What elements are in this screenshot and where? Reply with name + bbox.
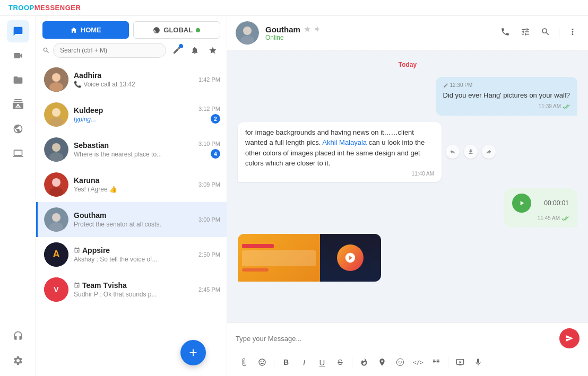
avatar-kuldeep <box>44 102 68 127</box>
chat-info-sebastian: Sebastian Where is the nearest place to.… <box>74 141 193 158</box>
chat-info-appsire: Appsire Akshay : So tell the voice of... <box>74 246 193 263</box>
fire-button[interactable] <box>356 354 373 371</box>
svg-point-10 <box>52 178 60 187</box>
chat-meta-goutham: 3:00 PM <box>198 216 220 223</box>
avatar-appsire: A <box>44 242 68 267</box>
chat-info-teamtvisha: Team Tvisha Sudhir P : Ok that sounds p.… <box>74 281 193 298</box>
chat-info-karuna: Karuna Yes! i Agree 👍 <box>74 176 193 193</box>
nav-video-icon[interactable] <box>7 45 29 67</box>
download-action-button[interactable] <box>464 145 478 159</box>
svg-point-1 <box>52 73 60 82</box>
chat-info-aadhira: Aadhira 📞 Voice call at 13:42 <box>74 71 193 88</box>
main-layout: HOME GLOBAL <box>0 16 588 376</box>
tool-divider-2 <box>352 357 352 368</box>
svg-point-13 <box>52 213 60 222</box>
phone-icon[interactable] <box>498 25 512 41</box>
nav-globe-icon[interactable] <box>7 118 29 140</box>
new-chat-fab[interactable] <box>180 340 206 365</box>
bubble-text-2: for image backgrounds and having news on… <box>245 127 434 169</box>
chat-info-kuldeep: Kuldeep typing... <box>74 106 193 123</box>
avatar-teamtvisha: V <box>44 277 68 302</box>
nav-chat-icon[interactable] <box>7 20 29 42</box>
chat-meta-appsire: 2:50 PM <box>198 251 220 258</box>
send-button[interactable] <box>559 328 580 348</box>
equalizer-button[interactable] <box>428 354 445 371</box>
tune-icon[interactable] <box>518 25 532 41</box>
chat-item-kuldeep[interactable]: Kuldeep typing... 3:12 PM 2 <box>36 97 227 132</box>
svg-point-24 <box>401 361 401 362</box>
tab-home-button[interactable]: HOME <box>42 21 129 39</box>
read-receipt-icon <box>563 103 570 110</box>
forward-action-button[interactable] <box>482 145 496 159</box>
avatar-karuna <box>44 172 68 197</box>
bubble-time-3: 11:45 AM <box>512 215 569 222</box>
chat-meta-sebastian: 3:10 PM 4 <box>198 141 220 159</box>
chat-preview-sebastian: Where is the nearest place to... <box>74 151 193 158</box>
svg-point-11 <box>49 187 63 197</box>
nav-folder-icon[interactable] <box>7 69 29 91</box>
tab-global-button[interactable]: GLOBAL <box>133 21 221 39</box>
code-button[interactable]: </> <box>410 354 427 371</box>
emoji-button[interactable] <box>254 354 271 371</box>
star-icon[interactable] <box>304 25 311 33</box>
underline-button[interactable]: U <box>314 354 331 371</box>
chat-preview-karuna: Yes! i Agree 👍 <box>74 186 193 193</box>
more-options-icon[interactable] <box>566 25 580 41</box>
nav-contacts-icon[interactable] <box>7 93 29 116</box>
tool-divider-3 <box>448 357 448 368</box>
search-input[interactable] <box>53 43 166 58</box>
header-actions <box>498 25 580 41</box>
chat-item-aadhira[interactable]: Aadhira 📞 Voice call at 13:42 1:42 PM <box>36 62 227 97</box>
chat-item-goutham[interactable]: Goutham Protect the senator at all costs… <box>36 202 227 237</box>
italic-button[interactable]: I <box>296 354 313 371</box>
nav-monitor-icon[interactable] <box>7 142 29 164</box>
volume-icon[interactable] <box>314 25 322 33</box>
read-receipt-icon-2 <box>561 215 569 222</box>
attachment-button[interactable] <box>236 354 253 371</box>
svg-text:A: A <box>53 249 60 259</box>
svg-point-8 <box>49 152 63 162</box>
svg-point-2 <box>49 82 63 92</box>
svg-point-22 <box>396 358 403 365</box>
header-divider <box>559 28 559 38</box>
chat-preview-teamtvisha: Sudhir P : Ok that sounds p... <box>74 291 193 298</box>
play-audio-button[interactable] <box>512 194 531 213</box>
favorites-icon[interactable] <box>205 43 220 58</box>
svg-point-7 <box>52 143 60 152</box>
chat-panel: Goutham Online <box>227 16 588 376</box>
chat-item-sebastian[interactable]: Sebastian Where is the nearest place to.… <box>36 132 227 167</box>
chat-item-karuna[interactable]: Karuna Yes! i Agree 👍 3:09 PM <box>36 167 227 202</box>
screenshare-button[interactable] <box>452 354 469 371</box>
compose-input[interactable] <box>236 333 554 345</box>
svg-point-20 <box>243 27 252 35</box>
strikethrough-button[interactable]: S <box>332 354 349 371</box>
emoji2-button[interactable] <box>392 354 409 371</box>
bold-button[interactable]: B <box>278 354 295 371</box>
chat-preview-kuldeep: typing... <box>74 116 193 123</box>
nav-settings-icon[interactable] <box>7 349 29 372</box>
chat-item-appsire[interactable]: A Appsire Akshay : So tell the voice of.… <box>36 237 227 272</box>
message-row-1: 12:30 PM Did you ever Hang' pictures on … <box>238 77 577 116</box>
chat-name-appsire: Appsire <box>74 246 193 255</box>
mention-text: Akhil Malayala <box>322 138 367 146</box>
chat-name-kuldeep: Kuldeep <box>74 106 193 115</box>
sidebar: HOME GLOBAL <box>36 16 227 376</box>
reply-action-button[interactable] <box>446 145 460 159</box>
chat-meta-aadhira: 1:42 PM <box>198 76 220 83</box>
filter-icon[interactable] <box>187 43 202 58</box>
location-button[interactable] <box>374 354 391 371</box>
search-chat-icon[interactable] <box>539 25 552 41</box>
nav-headset-icon[interactable] <box>7 325 29 347</box>
chat-preview-goutham: Protect the senator at all costs. <box>74 221 193 228</box>
mic-button[interactable] <box>470 354 487 371</box>
bubble-sent-1: 12:30 PM Did you ever Hang' pictures on … <box>436 77 578 116</box>
compose-badge <box>179 44 183 48</box>
chat-header-status: Online <box>265 34 492 41</box>
chat-list: Aadhira 📞 Voice call at 13:42 1:42 PM Ku… <box>36 62 227 376</box>
messages-area: Today 12:30 PM Did you ever Hang' pictur… <box>227 50 588 322</box>
svg-text:V: V <box>54 285 59 294</box>
chat-item-teamtvisha[interactable]: V Team Tvisha Sudhir P : Ok that sounds … <box>36 272 227 307</box>
chat-meta-karuna: 3:09 PM <box>198 181 220 188</box>
compose-icon[interactable] <box>169 43 184 58</box>
sidebar-header: HOME GLOBAL <box>36 16 227 43</box>
